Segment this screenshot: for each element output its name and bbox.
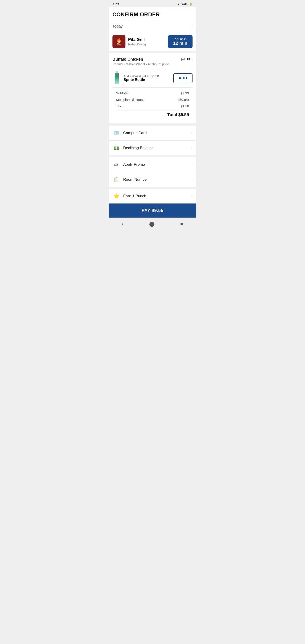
- nav-bar: ‹ ⬤ ■: [109, 218, 196, 232]
- order-section: Buffalo Chicken Regular • Whole Wheat • …: [109, 53, 196, 124]
- earn-punch-chevron-icon: ›: [192, 194, 192, 198]
- restaurant-name: Pita Grill: [128, 37, 146, 42]
- tax-row: Tax $1.10: [116, 103, 189, 109]
- status-time: 3:03: [112, 2, 119, 6]
- order-item-price: $9.39 ›: [180, 57, 192, 62]
- total-text: Total: [167, 112, 178, 117]
- date-selector[interactable]: Today ›: [109, 21, 196, 32]
- declining-balance-chevron-icon: ›: [192, 146, 192, 150]
- tax-value: $1.10: [180, 104, 189, 108]
- recents-button[interactable]: ■: [176, 220, 188, 228]
- total-row: Total $9.55: [116, 110, 189, 118]
- room-number-option[interactable]: 📋 Room Number ›: [109, 172, 196, 187]
- apply-promo-label: Apply Promo: [123, 162, 188, 167]
- campus-card-option[interactable]: 🪪 Campus Card ›: [109, 126, 196, 141]
- status-icons: ▲ WiFi 🔋: [177, 2, 192, 6]
- pickup-time: 12 min: [173, 41, 187, 46]
- date-chevron-icon: ›: [192, 24, 192, 28]
- restaurant-type: Retail Dining: [128, 42, 146, 46]
- subtotal-label: Subtotal: [116, 91, 128, 95]
- discount-value: ($0.94): [178, 98, 189, 102]
- earn-punch-icon: ⭐: [112, 192, 120, 200]
- date-label: Today: [112, 24, 122, 28]
- add-drink-button[interactable]: ADD: [173, 73, 192, 83]
- earn-punch-label: Earn 1 Punch: [123, 194, 188, 198]
- section-divider: [109, 124, 196, 126]
- declining-balance-label: Declining Balance: [123, 146, 188, 150]
- home-button[interactable]: ⬤: [145, 220, 159, 228]
- battery-icon: 🔋: [189, 2, 192, 6]
- declining-balance-icon: 💵: [112, 144, 120, 152]
- tax-label: Tax: [116, 104, 121, 108]
- apply-promo-icon: 🎟: [112, 161, 120, 168]
- order-item-name: Buffalo Chicken: [112, 57, 169, 62]
- restaurant-logo: 🔥 PITAGRILL: [112, 35, 126, 48]
- pickup-badge[interactable]: Pick up in 12 min: [168, 35, 192, 48]
- status-bar: 3:03 ▲ WiFi 🔋: [109, 0, 196, 8]
- pricing-section: Subtotal $9.39 Mealplan Discount ($0.94)…: [112, 88, 192, 121]
- order-item[interactable]: Buffalo Chicken Regular • Whole Wheat • …: [112, 57, 192, 69]
- page-title: CONFIRM ORDER: [112, 12, 160, 18]
- pickup-label: Pick up in: [174, 37, 186, 41]
- total-value: $9.55: [178, 112, 189, 117]
- payment-section: 🪪 Campus Card › 💵 Declining Balance ›: [109, 126, 196, 156]
- order-item-details: Buffalo Chicken Regular • Whole Wheat • …: [112, 57, 169, 66]
- room-number-label: Room Number: [123, 177, 188, 182]
- room-number-chevron-icon: ›: [192, 178, 192, 182]
- drink-bottle-icon: [112, 72, 121, 84]
- restaurant-details: Pita Grill Retail Dining: [128, 37, 146, 46]
- drink-promo: Add a drink & get $1.00 off!: [124, 74, 170, 78]
- discount-row: Mealplan Discount ($0.94): [116, 96, 189, 103]
- earn-punch-option[interactable]: ⭐ Earn 1 Punch ›: [109, 189, 196, 204]
- pay-button[interactable]: PAY $9.55: [109, 204, 196, 218]
- add-drink-row: Add a drink & get $1.00 off! Sprite Bott…: [112, 69, 192, 88]
- subtotal-row: Subtotal $9.39: [116, 90, 189, 96]
- extra-section: 🎟 Apply Promo › 📋 Room Number ›: [109, 157, 196, 187]
- room-number-icon: 📋: [112, 176, 120, 183]
- order-item-desc: Regular • Whole Wheat • Ancho Chipotle: [112, 62, 169, 66]
- drink-info: Add a drink & get $1.00 off! Sprite Bott…: [124, 74, 170, 82]
- restaurant-row: 🔥 PITAGRILL Pita Grill Retail Dining Pic…: [109, 32, 196, 53]
- apply-promo-option[interactable]: 🎟 Apply Promo ›: [109, 157, 196, 172]
- drink-name: Sprite Bottle: [124, 78, 170, 82]
- subtotal-value: $9.39: [180, 91, 189, 95]
- campus-card-icon: 🪪: [112, 129, 120, 137]
- back-button[interactable]: ‹: [117, 220, 128, 228]
- logo-flame-icon: 🔥: [116, 38, 122, 43]
- order-item-chevron-icon: ›: [192, 57, 192, 61]
- restaurant-info: 🔥 PITAGRILL Pita Grill Retail Dining: [112, 35, 146, 48]
- apply-promo-chevron-icon: ›: [192, 162, 192, 166]
- header: CONFIRM ORDER: [109, 8, 196, 21]
- logo-text: PITAGRILL: [117, 43, 121, 46]
- signal-icon: ▲: [177, 2, 180, 6]
- campus-card-label: Campus Card: [123, 131, 188, 135]
- discount-label: Mealplan Discount: [116, 98, 144, 102]
- earn-section: ⭐ Earn 1 Punch ›: [109, 189, 196, 204]
- declining-balance-option[interactable]: 💵 Declining Balance ›: [109, 141, 196, 156]
- wifi-icon: WiFi: [182, 2, 188, 6]
- campus-card-chevron-icon: ›: [192, 131, 192, 135]
- pay-button-container: PAY $9.55: [109, 204, 196, 218]
